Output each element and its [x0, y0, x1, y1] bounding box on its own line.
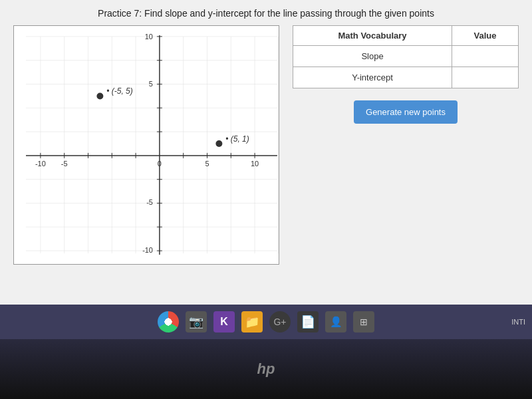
svg-text:5: 5: [149, 80, 153, 88]
k-app-icon[interactable]: K: [213, 311, 235, 332]
svg-text:10: 10: [251, 160, 259, 168]
taskbar: 📷 K 📁 G+ 📄 👤 ⊞ INTI: [0, 305, 532, 339]
svg-text:• (-5, 5): • (-5, 5): [106, 86, 132, 96]
laptop-bezel: hp: [0, 339, 532, 399]
svg-text:-10: -10: [142, 246, 153, 254]
camera-icon[interactable]: 📷: [186, 311, 207, 332]
svg-text:0: 0: [158, 160, 162, 168]
content-area: -10 -5 0 5 10 10 5 -5 -10: [13, 25, 519, 298]
folder-icon[interactable]: 📁: [241, 311, 263, 332]
taskbar-corner-label: INTI: [511, 318, 525, 326]
value-yintercept: [452, 67, 519, 88]
value-slope: [452, 46, 519, 67]
point-2: [215, 140, 222, 147]
grid-icon[interactable]: ⊞: [353, 311, 374, 332]
term-yintercept: Y-intercept: [293, 67, 452, 88]
svg-text:10: 10: [145, 33, 153, 41]
gplus-icon[interactable]: G+: [269, 311, 291, 332]
table-row: Y-intercept: [293, 67, 519, 88]
generate-button[interactable]: Generate new points: [354, 100, 458, 124]
table-header-vocab: Math Vocabulary: [293, 26, 452, 46]
svg-rect-0: [14, 26, 279, 264]
graph-container: -10 -5 0 5 10 10 5 -5 -10: [13, 25, 279, 265]
main-screen: Practice 7: Find slope and y-intercept f…: [0, 0, 532, 305]
doc-icon[interactable]: 📄: [297, 311, 319, 332]
chrome-icon[interactable]: [158, 311, 179, 332]
table-row: Slope: [293, 46, 519, 67]
user-icon[interactable]: 👤: [325, 311, 346, 332]
svg-text:-5: -5: [61, 160, 68, 168]
page-title: Practice 7: Find slope and y-intercept f…: [13, 8, 519, 19]
right-panel: Math Vocabulary Value Slope Y-intercept …: [293, 25, 519, 298]
table-header-value: Value: [452, 26, 519, 46]
vocab-table: Math Vocabulary Value Slope Y-intercept: [293, 25, 519, 88]
svg-text:-5: -5: [146, 198, 153, 206]
term-slope: Slope: [293, 46, 452, 67]
hp-logo: hp: [257, 360, 275, 378]
svg-text:• (5, 1): • (5, 1): [225, 134, 249, 144]
svg-text:5: 5: [205, 160, 209, 168]
svg-text:-10: -10: [35, 160, 46, 168]
point-1: [96, 92, 103, 99]
coordinate-graph: -10 -5 0 5 10 10 5 -5 -10: [14, 26, 279, 264]
